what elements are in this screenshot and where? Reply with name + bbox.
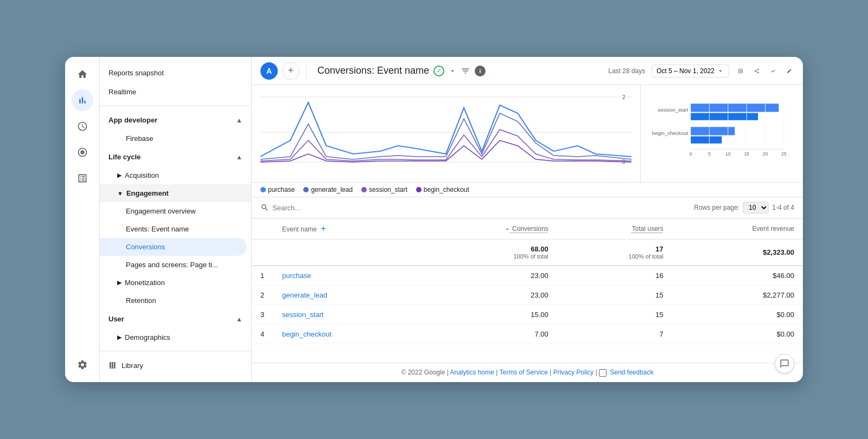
event-link-session-start[interactable]: session_start	[282, 311, 324, 319]
sidebar-item-engagement-overview[interactable]: Engagement overview	[100, 202, 251, 220]
table-totals-row: 68.00 100% of total 17 100% of total $2,…	[252, 240, 803, 266]
date-range-value: Oct 5 – Nov 1, 2022	[656, 67, 714, 75]
library-icon	[108, 361, 117, 370]
sidebar-item-conversions[interactable]: Conversions	[100, 238, 247, 256]
info-badge[interactable]: i	[475, 66, 486, 76]
sidebar-item-events-event-name[interactable]: Events: Event name	[100, 220, 251, 238]
rows-per-page-select[interactable]: 10 25 50	[743, 202, 769, 214]
footer: © 2022 Google | Analytics home | Terms o…	[252, 363, 803, 382]
sidebar-divider-1	[100, 106, 251, 106]
sidebar-item-pages-screens[interactable]: Pages and screens: Page ti...	[100, 256, 251, 274]
main-content-wrapper: A + Conversions: Event name ✓ i Last 28 …	[252, 57, 803, 382]
svg-text:session_start: session_start	[658, 107, 688, 113]
date-label: Last 28 days	[608, 67, 645, 75]
table-section: Rows per page: 10 25 50 1-4 of 4 Event n…	[252, 197, 803, 363]
user-avatar[interactable]: A	[260, 62, 278, 80]
row-conversions-3: 15.00	[420, 305, 557, 325]
legend-label-purchase: purchase	[268, 186, 295, 193]
sidebar-collapse-btn[interactable]: ‹	[100, 375, 251, 382]
sidebar-item-monetization[interactable]: ▶ Monetization	[100, 274, 251, 292]
rows-per-page-control: Rows per page: 10 25 50 1-4 of 4	[694, 202, 794, 214]
edit-icon[interactable]	[784, 66, 794, 76]
divider	[306, 64, 307, 78]
th-event-revenue: Event revenue	[672, 218, 803, 240]
feedback-icon	[599, 369, 607, 377]
sidebar-item-retention[interactable]: Retention	[100, 292, 251, 309]
search-box[interactable]	[260, 203, 690, 212]
sidebar-item-realtime[interactable]: Realtime	[100, 82, 251, 101]
totals-name-cell	[273, 240, 420, 266]
sidebar-group-life-cycle-label: Life cycle	[108, 153, 141, 161]
realtime-icon[interactable]	[72, 115, 93, 137]
privacy-link[interactable]: Privacy Policy	[553, 369, 594, 376]
th-conversions[interactable]: Conversions	[420, 218, 557, 240]
chart-type-icon[interactable]	[768, 66, 778, 76]
terms-link[interactable]: Terms of Service	[499, 369, 547, 376]
th-event-name: Event name +	[273, 218, 420, 240]
sidebar-collapse-icon: ‹	[245, 379, 247, 382]
home-icon[interactable]	[72, 63, 93, 85]
svg-text:begin_checkout: begin_checkout	[652, 130, 688, 136]
row-num-4: 4	[252, 325, 273, 344]
top-bar: A + Conversions: Event name ✓ i Last 28 …	[252, 57, 803, 85]
sidebar-group-user[interactable]: User ▲	[100, 309, 251, 328]
legend-generate-lead: generate_lead	[303, 186, 353, 193]
line-chart: 2 0 09 Oct 16 23	[252, 85, 640, 182]
feedback-link[interactable]: Send feedback	[610, 369, 653, 376]
row-event-1: purchase	[273, 266, 420, 286]
share-icon[interactable]	[752, 66, 762, 76]
legend-dot-session-start	[361, 187, 367, 192]
search-icon	[260, 203, 269, 212]
sidebar-item-demographics[interactable]: ▶ Demographics	[100, 328, 251, 346]
floating-feedback-button[interactable]	[775, 354, 794, 373]
totals-num-cell	[252, 240, 273, 266]
sidebar-group-life-cycle[interactable]: Life cycle ▲	[100, 147, 251, 166]
analytics-icon[interactable]	[72, 89, 93, 111]
sidebar-group-app-developer[interactable]: App developer ▲	[100, 111, 251, 130]
analytics-home-link[interactable]: Analytics home	[450, 369, 494, 376]
date-chevron-icon	[717, 67, 724, 75]
table-view-icon[interactable]	[736, 66, 745, 76]
event-link-generate-lead[interactable]: generate_lead	[282, 291, 327, 299]
row-conversions-4: 7.00	[420, 325, 557, 344]
search-input[interactable]	[272, 204, 381, 212]
svg-text:20: 20	[763, 151, 768, 157]
svg-rect-12	[691, 113, 758, 120]
bar-chart: session_start begin_checkout 0 5 10 15	[640, 85, 803, 182]
filter-icon[interactable]	[461, 66, 470, 76]
row-conversions-1: 23.00	[420, 266, 557, 286]
sidebar-divider-2	[100, 351, 251, 351]
sidebar-item-library[interactable]: Library	[100, 356, 251, 375]
row-event-3: session_start	[273, 305, 420, 325]
monetization-chevron: ▶	[117, 279, 122, 286]
status-icon[interactable]: ✓	[433, 66, 444, 76]
sidebar-item-firebase[interactable]: Firebase	[100, 130, 251, 147]
event-link-purchase[interactable]: purchase	[282, 272, 311, 280]
legend-dot-generate-lead	[303, 187, 309, 192]
row-event-4: begin_checkout	[273, 325, 420, 344]
sidebar-item-reports-snapshot[interactable]: Reports snapshot	[100, 63, 251, 82]
table-nav-icon[interactable]	[72, 167, 93, 189]
sidebar-item-engagement[interactable]: ▼ Engagement	[100, 184, 251, 202]
speech-bubble-icon	[780, 359, 789, 369]
add-tab-button[interactable]: +	[282, 62, 299, 80]
legend-label-generate-lead: generate_lead	[311, 186, 353, 193]
row-num-2: 2	[252, 286, 273, 305]
sidebar-group-user-chevron: ▲	[236, 315, 242, 323]
row-revenue-4: $0.00	[672, 325, 803, 344]
dropdown-arrow-icon[interactable]	[449, 67, 456, 75]
rows-per-page-label: Rows per page:	[694, 204, 739, 211]
date-range-selector[interactable]: Oct 5 – Nov 1, 2022	[652, 64, 729, 78]
svg-text:16: 16	[377, 167, 384, 167]
svg-text:30: 30	[544, 167, 551, 167]
chart-legend: purchase generate_lead session_start beg…	[252, 183, 803, 197]
legend-dot-begin-checkout	[416, 187, 422, 192]
add-column-button[interactable]: +	[318, 224, 328, 234]
legend-purchase: purchase	[260, 186, 295, 193]
th-total-users[interactable]: Total users	[557, 218, 672, 240]
settings-nav-icon[interactable]	[72, 354, 93, 376]
target-icon[interactable]	[72, 141, 93, 163]
row-users-3: 15	[557, 305, 672, 325]
event-link-begin-checkout[interactable]: begin_checkout	[282, 330, 331, 338]
sidebar-item-acquisition[interactable]: ▶ Acquisition	[100, 166, 251, 184]
